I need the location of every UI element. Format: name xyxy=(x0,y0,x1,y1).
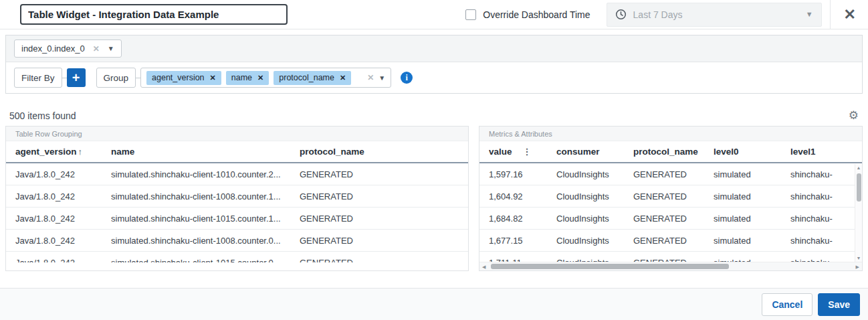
override-dashboard-time-toggle[interactable]: Override Dashboard Time xyxy=(465,9,590,20)
remove-chip-icon[interactable]: ✕ xyxy=(340,74,346,82)
scroll-right-icon[interactable]: ▶ xyxy=(856,263,859,270)
widget-title-input[interactable] xyxy=(20,4,288,25)
items-found-count: 500 items found xyxy=(9,110,76,121)
table-cell-level1: shinchaku- xyxy=(790,191,855,202)
table-cell-protocol-name2: GENERATED xyxy=(633,214,714,224)
column-header-protocol-name[interactable]: protocol_name xyxy=(633,147,714,157)
table-cell-value: 1,684.82 xyxy=(489,214,556,224)
group-label: Group xyxy=(96,68,136,88)
table-cell-protocol-name: GENERATED xyxy=(300,258,468,263)
table-cell-name: simulated.shinchaku-client-1008.counter.… xyxy=(111,191,300,202)
query-panel: index_0.index_0 ✕ ▼ Filter By + Group ag… xyxy=(5,35,863,94)
cancel-button[interactable]: Cancel xyxy=(762,293,812,316)
table-row[interactable]: 1,677.15CloudInsightsGENERATEDsimulateds… xyxy=(479,230,855,252)
table-cell-protocol-name: GENERATED xyxy=(300,236,468,246)
time-range-value: Last 7 Days xyxy=(633,9,799,20)
column-header-name[interactable]: name xyxy=(111,147,300,157)
add-filter-button[interactable]: + xyxy=(67,68,86,87)
gear-icon[interactable]: ⚙ xyxy=(849,110,859,121)
group-chip[interactable]: name ✕ xyxy=(226,71,269,85)
group-chip-label: name xyxy=(231,73,252,82)
table-row[interactable]: Java/1.8.0_242simulated.shinchaku-client… xyxy=(6,230,468,252)
table-row[interactable]: 1,597.16CloudInsightsGENERATEDsimulateds… xyxy=(479,163,855,185)
table-cell-level1: shinchaku- xyxy=(790,214,855,224)
table-row[interactable]: 1,711.11CloudInsightsGENERATEDsimulateds… xyxy=(479,252,855,262)
info-icon[interactable]: i xyxy=(401,72,413,84)
query-index-row: index_0.index_0 ✕ ▼ xyxy=(6,35,862,62)
column-header-value[interactable]: value ⋮ xyxy=(489,147,556,157)
kebab-menu-icon[interactable]: ⋮ xyxy=(523,147,532,157)
table-header-row: agent_version ↑ name protocol_name xyxy=(6,141,468,163)
remove-chip-icon[interactable]: ✕ xyxy=(257,74,263,82)
table-cell-level0: simulated xyxy=(714,169,790,179)
widget-editor-dialog: Override Dashboard Time Last 7 Days ▼ ✕ … xyxy=(0,0,868,320)
table-cell-consumer: CloudInsights xyxy=(556,169,633,179)
table-row[interactable]: 1,604.92CloudInsightsGENERATEDsimulateds… xyxy=(479,185,855,208)
filter-by-label: Filter By xyxy=(14,68,62,88)
table-cell-protocol-name2: GENERATED xyxy=(633,191,714,202)
table-cell-consumer: CloudInsights xyxy=(556,191,633,202)
clear-all-chips-icon[interactable]: ✕ xyxy=(367,73,374,82)
group-header-table-row-grouping: Table Row Grouping xyxy=(6,127,468,141)
override-dashboard-time-label: Override Dashboard Time xyxy=(483,9,590,20)
chevron-down-icon: ▼ xyxy=(378,74,385,82)
remove-chip-icon[interactable]: ✕ xyxy=(210,74,216,82)
clear-index-icon[interactable]: ✕ xyxy=(93,44,100,54)
divider xyxy=(830,0,831,29)
table-cell-level1: shinchaku- xyxy=(790,169,855,179)
table-row[interactable]: Java/1.8.0_242simulated.shinchaku-client… xyxy=(6,163,468,185)
table-cell-protocol-name: GENERATED xyxy=(300,169,468,179)
horizontal-scrollbar[interactable]: ◀ ▶ xyxy=(479,262,862,270)
horizontal-scrollbar-thumb[interactable] xyxy=(491,264,728,269)
table-cell-agent-version: Java/1.8.0_242 xyxy=(15,236,111,246)
group-header-metrics-attributes: Metrics & Attributes xyxy=(479,127,862,141)
column-header-level1[interactable]: level1 xyxy=(790,147,862,157)
table-cell-agent-version: Java/1.8.0_242 xyxy=(15,169,111,179)
group-chip[interactable]: protocol_name ✕ xyxy=(274,71,351,85)
table-body-right: 1,597.16CloudInsightsGENERATEDsimulateds… xyxy=(479,163,855,262)
column-header-protocol-name[interactable]: protocol_name xyxy=(300,147,468,157)
column-header-consumer[interactable]: consumer xyxy=(556,147,633,157)
group-by-selector[interactable]: agent_version ✕ name ✕ protocol_name ✕ ✕… xyxy=(140,68,391,88)
table-body-left: Java/1.8.0_242simulated.shinchaku-client… xyxy=(6,163,468,262)
table-cell-name: simulated.shinchaku-client-1010.counter.… xyxy=(111,169,300,179)
connector-line xyxy=(136,78,140,78)
connector-line xyxy=(62,78,67,78)
table-cell-value: 1,604.92 xyxy=(489,191,556,202)
clock-icon xyxy=(615,9,627,20)
table-cell-name: simulated.shinchaku-client-1015.counter.… xyxy=(111,258,300,263)
table-cell-name: simulated.shinchaku-client-1008.counter.… xyxy=(111,236,300,246)
group-chip-label: agent_version xyxy=(152,73,205,82)
table-cell-agent-version: Java/1.8.0_242 xyxy=(15,214,111,224)
table-row[interactable]: Java/1.8.0_242simulated.shinchaku-client… xyxy=(6,185,468,208)
vertical-scrollbar-thumb[interactable] xyxy=(857,173,861,202)
table-row[interactable]: Java/1.8.0_242simulated.shinchaku-client… xyxy=(6,208,468,230)
chevron-down-icon: ▼ xyxy=(108,45,114,52)
table-row[interactable]: 1,684.82CloudInsightsGENERATEDsimulateds… xyxy=(479,208,855,230)
save-button[interactable]: Save xyxy=(818,293,860,316)
sort-ascending-icon[interactable]: ↑ xyxy=(78,147,83,157)
vertical-scrollbar[interactable]: ▲ ▼ xyxy=(855,164,862,262)
table-header-row: value ⋮ consumer protocol_name level0 le… xyxy=(479,141,862,163)
group-chip[interactable]: agent_version ✕ xyxy=(146,71,221,85)
table-cell-level0: simulated xyxy=(714,214,790,224)
scroll-up-icon[interactable]: ▲ xyxy=(857,164,861,171)
query-index-dropdown[interactable]: index_0.index_0 ✕ ▼ xyxy=(14,39,122,58)
results-bar: 500 items found ⚙ xyxy=(0,110,868,121)
table-row[interactable]: Java/1.8.0_242simulated.shinchaku-client… xyxy=(6,252,468,262)
table-cell-protocol-name2: GENERATED xyxy=(633,169,714,179)
close-icon[interactable]: ✕ xyxy=(840,7,860,22)
dialog-footer: Cancel Save xyxy=(0,288,868,320)
scroll-down-icon[interactable]: ▼ xyxy=(857,254,861,262)
widget-editor-header: Override Dashboard Time Last 7 Days ▼ ✕ xyxy=(0,0,868,29)
group-chip-label: protocol_name xyxy=(279,73,334,82)
chevron-down-icon: ▼ xyxy=(806,11,813,18)
table-cell-level1: shinchaku- xyxy=(790,236,855,246)
column-header-level0[interactable]: level0 xyxy=(714,147,790,157)
time-range-dropdown[interactable]: Last 7 Days ▼ xyxy=(607,3,822,27)
override-dashboard-time-checkbox[interactable] xyxy=(465,9,476,20)
table-cell-protocol-name2: GENERATED xyxy=(633,236,714,246)
table-cell-consumer: CloudInsights xyxy=(556,214,633,224)
scroll-left-icon[interactable]: ◀ xyxy=(482,263,485,270)
column-header-agent-version[interactable]: agent_version ↑ xyxy=(15,147,111,157)
